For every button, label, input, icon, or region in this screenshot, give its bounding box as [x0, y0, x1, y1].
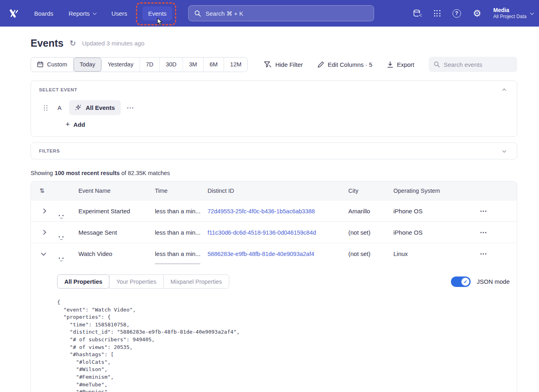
table-row: Message Sent less than a min... f11c30d6…: [31, 221, 517, 243]
detail-toolbar: All Properties Your Properties Mixpanel …: [57, 274, 510, 289]
help-icon[interactable]: ?: [453, 9, 461, 18]
time-cell: less than a min...: [155, 222, 208, 243]
global-search[interactable]: [188, 5, 374, 21]
primary-nav: Boards Reports Users Events: [34, 6, 172, 21]
date-12m-button[interactable]: 12M: [224, 58, 247, 72]
table-header-row: ⇅ Event Name Time Distinct ID City Opera…: [31, 182, 517, 200]
distinct-id-link[interactable]: 5886283e-e9fb-48fb-81de-40e9093a2af4: [208, 251, 314, 257]
main-content: Events ↻ Updated 3 minutes ago Custom To…: [31, 37, 517, 392]
chevron-down-icon: [41, 251, 46, 256]
mixpanel-logo[interactable]: [9, 9, 19, 18]
distinct-id-cell: 5886283e-e9fb-48fb-81de-40e9093a2af4: [208, 250, 348, 257]
event-name-cell: Watch Video: [78, 250, 155, 257]
hide-filter-label: Hide Filter: [275, 61, 302, 68]
city-cell: (not set): [348, 229, 393, 236]
tab-your-properties[interactable]: Your Properties: [109, 274, 163, 289]
event-name-cell: Experiment Started: [78, 208, 155, 215]
json-mode-label: JSON mode: [477, 278, 510, 285]
project-name: Media: [493, 7, 527, 14]
json-viewer: { "event": "Watch Video", "properties": …: [57, 299, 510, 392]
page-title: Events: [31, 37, 64, 49]
date-7d-button[interactable]: 7D: [140, 58, 160, 72]
check-icon: ✓: [463, 279, 467, 285]
nav-events[interactable]: Events: [142, 6, 172, 21]
summary-count: 100 most recent results: [55, 170, 120, 176]
header-event-name: Event Name: [78, 188, 155, 194]
date-yesterday-button[interactable]: Yesterday: [102, 58, 140, 72]
row-more-icon[interactable]: ⋯: [472, 228, 517, 237]
plus-icon: +: [66, 120, 70, 129]
controls-row: Custom Today Yesterday 7D 30D 3M 6M 12M …: [31, 57, 517, 72]
funnel-icon: [264, 61, 272, 68]
header-time: Time: [155, 188, 208, 194]
date-custom-button[interactable]: Custom: [31, 58, 74, 72]
collapse-all-icon[interactable]: ⇅: [39, 187, 45, 194]
os-cell: iPhone OS: [393, 208, 472, 215]
distinct-id-link[interactable]: f11c30d6-dc6d-4518-9136-0d046159c84d: [208, 229, 316, 236]
distinct-id-link[interactable]: 72d49553-25fc-4f0c-b436-1b5ac6ab3388: [208, 208, 315, 215]
select-event-header: SELECT EVENT: [39, 87, 509, 92]
event-sparkle-icon: [75, 104, 82, 111]
data-management-icon[interactable]: [413, 9, 422, 18]
refresh-icon[interactable]: ↻: [70, 39, 76, 48]
distinct-id-cell: f11c30d6-dc6d-4518-9136-0d046159c84d: [208, 229, 348, 236]
apps-grid-icon[interactable]: [434, 10, 440, 17]
add-event-button[interactable]: + Add: [66, 120, 85, 129]
row-more-icon[interactable]: ⋯: [472, 207, 517, 215]
event-more-icon[interactable]: ⋯: [127, 103, 134, 112]
date-30d-button[interactable]: 30D: [160, 58, 183, 72]
drag-handle-icon[interactable]: [44, 105, 48, 111]
date-today-button[interactable]: Today: [74, 58, 102, 72]
tab-mixpanel-properties[interactable]: Mixpanel Properties: [163, 274, 229, 289]
add-event-label: Add: [74, 121, 85, 128]
expand-row-button[interactable]: [31, 209, 50, 213]
header-distinct-id: Distinct ID: [208, 188, 348, 194]
chevron-down-icon: [530, 11, 534, 15]
nav-boards[interactable]: Boards: [34, 10, 53, 17]
collapse-row-button[interactable]: [31, 252, 50, 256]
search-icon: [194, 10, 201, 17]
select-event-title: SELECT EVENT: [39, 87, 77, 92]
expand-row-button[interactable]: [31, 231, 50, 234]
date-range-group: Custom Today Yesterday 7D 30D 3M 6M 12M: [31, 57, 248, 72]
tab-all-properties[interactable]: All Properties: [57, 274, 109, 289]
json-mode-control: ✓ JSON mode: [451, 276, 510, 287]
navbar-right-cluster: ? ⚙ Media All Project Data: [413, 0, 533, 27]
page-heading-row: Events ↻ Updated 3 minutes ago: [31, 37, 517, 49]
header-city: City: [348, 188, 393, 194]
settings-gear-icon[interactable]: ⚙: [473, 9, 481, 18]
events-search[interactable]: [429, 57, 517, 72]
calendar-icon: [37, 61, 43, 68]
edit-columns-button[interactable]: Edit Columns · 5: [317, 61, 372, 68]
header-collapse-cell: ⇅: [31, 187, 50, 194]
global-search-input[interactable]: [206, 10, 368, 17]
nav-users[interactable]: Users: [111, 10, 127, 17]
results-summary: Showing 100 most recent results of 82.35…: [31, 170, 517, 176]
hide-filter-button[interactable]: Hide Filter: [264, 61, 302, 68]
select-event-panel: SELECT EVENT A All Events ⋯ + Add: [31, 80, 517, 137]
time-cell: less than a min...: [155, 200, 208, 221]
event-name-cell: Message Sent: [78, 229, 155, 236]
summary-suffix: of 82.35K matches: [120, 170, 170, 176]
row-more-icon[interactable]: ⋯: [472, 250, 517, 258]
os-cell: iPhone OS: [393, 229, 472, 236]
json-mode-toggle[interactable]: ✓: [451, 276, 471, 287]
collapse-chevron-icon[interactable]: [502, 88, 506, 92]
project-subtitle: All Project Data: [493, 14, 527, 20]
properties-tabs: All Properties Your Properties Mixpanel …: [57, 274, 229, 289]
search-icon: [434, 61, 440, 68]
date-3m-button[interactable]: 3M: [183, 58, 204, 72]
expand-chevron-icon[interactable]: [502, 149, 506, 153]
date-6m-button[interactable]: 6M: [204, 58, 224, 72]
event-criteria-row: A All Events ⋯: [39, 100, 509, 115]
events-search-input[interactable]: [444, 61, 512, 68]
header-operating-system: Operating System: [393, 188, 472, 194]
project-switcher[interactable]: Media All Project Data: [493, 7, 533, 20]
mixpanel-logo-icon: [9, 9, 19, 18]
all-events-chip[interactable]: All Events: [69, 100, 121, 115]
nav-reports[interactable]: Reports: [69, 10, 97, 17]
chevron-down-icon: [93, 11, 97, 15]
grid-dots: [434, 10, 440, 17]
filters-panel: FILTERS: [31, 142, 517, 159]
export-button[interactable]: Export: [387, 61, 414, 68]
